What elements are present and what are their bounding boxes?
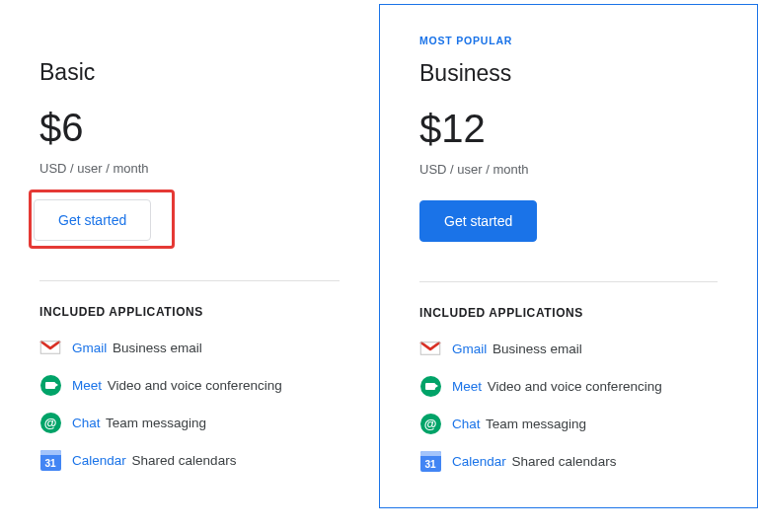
meet-icon [419,375,441,397]
plan-unit: USD / user / month [419,162,718,177]
pricing-container: Basic $6 USD / user / month Get started … [0,0,758,508]
divider [39,280,340,281]
app-row-gmail: Gmail Business email [39,337,340,358]
plan-title: Basic [39,59,340,86]
app-name[interactable]: Gmail [72,341,107,355]
app-row-text: Chat Team messaging [452,417,586,431]
app-desc: Shared calendars [132,453,237,468]
app-row-text: Meet Video and voice conferencing [452,379,662,394]
plan-price: $6 [39,108,340,147]
app-row-meet: Meet Video and voice conferencing [39,374,340,396]
business-get-started-button[interactable]: Get started [419,200,537,242]
app-row-calendar: 31 Calendar Shared calendars [39,449,340,471]
calendar-icon: 31 [419,450,441,472]
plan-basic: Basic $6 USD / user / month Get started … [0,0,379,508]
app-name[interactable]: Gmail [452,342,487,356]
app-name[interactable]: Meet [72,378,102,393]
app-desc: Team messaging [486,417,586,431]
app-row-text: Gmail Business email [72,341,202,355]
app-row-text: Calendar Shared calendars [452,454,616,469]
plan-business: MOST POPULAR Business $12 USD / user / m… [379,4,758,508]
chat-icon: @ [39,412,61,433]
app-row-text: Chat Team messaging [72,416,206,430]
app-row-meet: Meet Video and voice conferencing [419,375,718,397]
most-popular-badge: MOST POPULAR [419,35,718,46]
plan-price: $12 [419,109,718,148]
app-row-text: Calendar Shared calendars [72,453,236,468]
app-row-text: Gmail Business email [452,342,582,356]
app-desc: Video and voice conferencing [108,378,282,393]
app-desc: Business email [113,341,202,355]
app-desc: Business email [493,342,582,356]
included-apps-heading: INCLUDED APPLICATIONS [39,305,340,319]
basic-get-started-button[interactable]: Get started [34,199,151,241]
app-name[interactable]: Calendar [72,453,126,468]
gmail-icon [419,338,441,359]
plan-title: Business [419,60,718,87]
app-row-chat: @ Chat Team messaging [419,413,718,434]
included-apps-heading: INCLUDED APPLICATIONS [419,306,718,320]
chat-icon: @ [419,413,441,434]
app-name[interactable]: Chat [452,417,481,431]
app-name[interactable]: Calendar [452,454,506,469]
app-row-chat: @ Chat Team messaging [39,412,340,433]
app-name[interactable]: Meet [452,379,482,394]
app-desc: Shared calendars [512,454,617,469]
gmail-icon [39,337,61,358]
app-name[interactable]: Chat [72,416,101,430]
app-desc: Team messaging [106,416,206,430]
app-row-calendar: 31 Calendar Shared calendars [419,450,718,472]
app-desc: Video and voice conferencing [488,379,662,394]
plan-unit: USD / user / month [39,161,340,176]
app-row-gmail: Gmail Business email [419,338,718,359]
calendar-icon: 31 [39,449,61,471]
meet-icon [39,374,61,396]
app-row-text: Meet Video and voice conferencing [72,378,282,393]
divider [419,281,718,282]
